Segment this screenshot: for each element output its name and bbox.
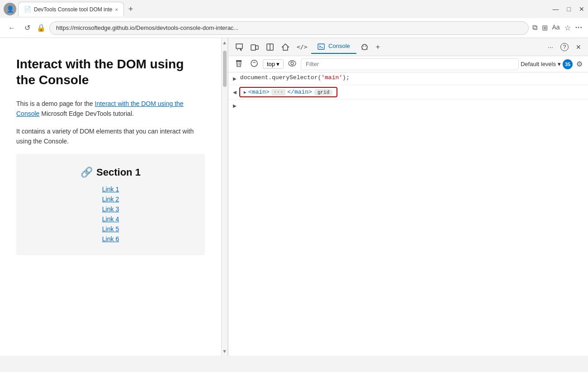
para1-suffix: Microsoft Edge DevTools tutorial.	[39, 110, 134, 117]
svg-point-22	[289, 61, 296, 66]
svg-line-12	[365, 46, 366, 47]
link-1[interactable]: Link 1	[27, 186, 194, 193]
console-prompt-icon: ▶	[233, 74, 237, 82]
para1: This is a demo page for the Interact wit…	[16, 99, 205, 119]
context-selector[interactable]: top ▾	[263, 59, 284, 69]
svg-rect-0	[236, 44, 242, 48]
title-bar: 👤 📄 DevTools Console tool DOM inte × + —…	[0, 0, 588, 18]
section1-links: Link 1 Link 2 Link 3 Link 4 Link 5 Link …	[27, 186, 194, 243]
close-devtools-button[interactable]: ✕	[573, 42, 584, 52]
scroll-up-arrow[interactable]: ▲	[222, 38, 228, 47]
para2: It contains a variety of DOM elements th…	[16, 126, 205, 147]
profile-icon[interactable]: 👤	[4, 3, 16, 15]
main-layout: Interact with the DOM using the Console …	[0, 38, 588, 356]
close-window-button[interactable]: ✕	[579, 5, 584, 13]
console-code-text: document.querySelector('main');	[240, 74, 350, 81]
svg-point-10	[362, 44, 367, 50]
svg-point-23	[291, 62, 294, 65]
svg-line-15	[362, 49, 362, 50]
page-content: Interact with the DOM using the Console …	[0, 38, 222, 356]
dom-output-line: ◀ ▶ <main> ··· </main> grid	[228, 85, 588, 100]
console-caret-icon: ▶	[233, 102, 237, 110]
minimize-button[interactable]: —	[553, 5, 559, 13]
home-button[interactable]	[278, 41, 293, 53]
dom-tag-open: <main>	[248, 89, 270, 95]
console-tab-label: Console	[328, 43, 350, 49]
svg-line-13	[362, 46, 362, 47]
panel-layout-button[interactable]	[263, 41, 277, 53]
favorites-icon[interactable]: ☆	[564, 24, 571, 32]
message-count-badge: 35	[563, 59, 573, 69]
svg-line-11	[363, 46, 364, 47]
browser-window: 👤 📄 DevTools Console tool DOM inte × + —…	[0, 0, 588, 356]
console-input-line: ▶ document.querySelector('main');	[228, 72, 588, 85]
dom-node-result: ▶ <main> ··· </main> grid	[239, 87, 337, 97]
scroll-thumb[interactable]	[223, 51, 227, 87]
debug-button[interactable]	[357, 41, 372, 53]
inspect-element-button[interactable]	[232, 41, 247, 53]
link-2[interactable]: Link 2	[27, 196, 194, 203]
dom-expand-icon[interactable]: ▶	[244, 90, 247, 95]
new-tab-button[interactable]: +	[125, 5, 137, 14]
log-levels-selector[interactable]: Default levels ▾	[521, 61, 561, 67]
svg-marker-2	[239, 48, 242, 51]
scroll-down-arrow[interactable]: ▼	[222, 347, 228, 356]
more-tools-button[interactable]: ···	[545, 42, 556, 52]
link-4[interactable]: Link 4	[27, 215, 194, 223]
tab-close-button[interactable]: ×	[115, 7, 118, 12]
reload-button[interactable]: ↺	[22, 22, 33, 34]
elements-button[interactable]: </>	[294, 42, 310, 52]
section1-box: 🔗 Section 1 Link 1 Link 2 Link 3 Link 4 …	[16, 154, 205, 255]
console-string-value: 'main'	[321, 74, 342, 81]
levels-arrow-icon: ▾	[558, 61, 561, 67]
svg-marker-7	[282, 44, 289, 50]
devtools-toolbar: </> Console + ··· ? ✕	[228, 38, 588, 56]
window-controls: — □ ✕	[553, 5, 584, 13]
para1-text: This is a demo page for the	[16, 100, 95, 107]
restore-button[interactable]: □	[567, 5, 571, 13]
console-filter-input[interactable]	[301, 58, 519, 70]
levels-label: Default levels	[521, 61, 556, 67]
reader-mode-icon[interactable]: Aa	[552, 24, 560, 32]
more-options-icon[interactable]: ···	[575, 24, 583, 32]
dom-back-arrow-icon[interactable]: ◀	[233, 89, 237, 96]
section1-icon: 🔗	[81, 167, 93, 178]
dom-grid-badge[interactable]: grid	[314, 89, 333, 95]
page-heading: Interact with the DOM using the Console	[16, 56, 205, 88]
page-scrollbar[interactable]: ▲ ▼	[222, 38, 228, 356]
link-3[interactable]: Link 3	[27, 205, 194, 213]
section1-title: 🔗 Section 1	[27, 167, 194, 178]
tab-bar: 📄 DevTools Console tool DOM inte × +	[16, 1, 553, 17]
section1-title-text: Section 1	[96, 167, 141, 178]
lock-icon: 🔒	[37, 24, 46, 32]
tab-icon: 📄	[24, 6, 31, 13]
dom-ellipsis-button[interactable]: ···	[271, 89, 286, 95]
clear-console-button[interactable]	[232, 58, 246, 70]
link-6[interactable]: Link 6	[27, 235, 194, 243]
console-caret-line: ▶	[228, 100, 588, 112]
device-emulation-button[interactable]	[247, 41, 262, 53]
svg-rect-4	[256, 46, 258, 49]
dom-tag-close: </main>	[287, 89, 312, 95]
address-bar: ← ↺ 🔒 ⧉ ⊞ Aa ☆ ···	[0, 18, 588, 38]
address-input[interactable]	[49, 21, 529, 35]
console-toolbar: top ▾ Default levels ▾ 35 ⚙	[228, 56, 588, 72]
console-settings-button[interactable]: ⚙	[574, 59, 584, 69]
svg-point-20	[251, 60, 257, 67]
help-button[interactable]: ?	[557, 41, 572, 53]
console-tab[interactable]: Console	[311, 40, 356, 54]
back-button[interactable]: ←	[5, 22, 18, 34]
title-bar-left: 👤	[4, 3, 16, 15]
context-dropdown-icon: ▾	[276, 61, 280, 67]
add-tool-button[interactable]: +	[373, 41, 383, 53]
svg-line-14	[367, 46, 367, 47]
split-view-icon[interactable]: ⧉	[532, 24, 537, 32]
link-5[interactable]: Link 5	[27, 225, 194, 233]
address-bar-icons: ⧉ ⊞ Aa ☆ ···	[532, 24, 583, 32]
devtools-panel: </> Console + ··· ? ✕	[228, 38, 588, 356]
active-tab[interactable]: 📄 DevTools Console tool DOM inte ×	[18, 2, 124, 16]
tab-title: DevTools Console tool DOM inte	[34, 6, 112, 13]
filter-button[interactable]	[247, 58, 261, 70]
browser-grid-icon[interactable]: ⊞	[542, 24, 548, 32]
eye-button[interactable]	[285, 59, 299, 69]
